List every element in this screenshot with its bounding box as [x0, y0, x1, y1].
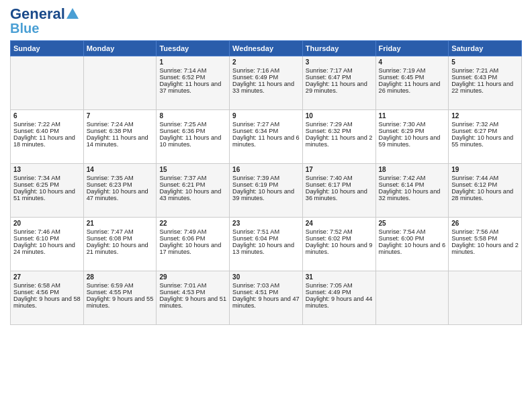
calendar-cell: 16Sunrise: 7:39 AMSunset: 6:19 PMDayligh…	[230, 164, 303, 218]
day-info: Sunset: 6:36 PM	[159, 128, 226, 134]
day-info: Sunrise: 7:22 AM	[13, 121, 81, 128]
calendar-cell	[83, 56, 157, 110]
day-info: Daylight: 11 hours and 37 minutes.	[159, 81, 226, 94]
day-number: 15	[159, 166, 226, 173]
day-info: Daylight: 10 hours and 36 minutes.	[306, 188, 373, 201]
calendar-cell: 4Sunrise: 7:19 AMSunset: 6:45 PMDaylight…	[375, 56, 449, 110]
day-info: Sunrise: 7:44 AM	[451, 175, 519, 181]
calendar-cell: 25Sunrise: 7:54 AMSunset: 6:00 PMDayligh…	[375, 218, 449, 271]
calendar-cell	[375, 271, 449, 325]
calendar-cell: 17Sunrise: 7:40 AMSunset: 6:17 PMDayligh…	[302, 164, 375, 218]
day-info: Sunset: 4:51 PM	[232, 289, 300, 295]
day-info: Sunrise: 7:39 AM	[232, 175, 300, 181]
calendar-cell	[11, 56, 84, 110]
day-info: Daylight: 11 hours and 18 minutes.	[13, 134, 81, 148]
calendar-week-1: 1Sunrise: 7:14 AMSunset: 6:52 PMDaylight…	[11, 56, 522, 110]
logo-icon	[65, 7, 80, 21]
day-number: 25	[379, 220, 446, 227]
calendar-cell: 9Sunrise: 7:27 AMSunset: 6:34 PMDaylight…	[230, 110, 303, 164]
calendar-cell: 13Sunrise: 7:34 AMSunset: 6:25 PMDayligh…	[11, 164, 84, 218]
day-number: 17	[306, 166, 373, 173]
day-info: Sunrise: 7:40 AM	[306, 175, 373, 181]
day-info: Daylight: 10 hours and 2 minutes.	[451, 242, 519, 255]
day-info: Daylight: 11 hours and 10 minutes.	[159, 134, 226, 148]
calendar-body: 1Sunrise: 7:14 AMSunset: 6:52 PMDaylight…	[11, 56, 522, 325]
calendar-cell: 22Sunrise: 7:49 AMSunset: 6:06 PMDayligh…	[157, 218, 230, 271]
day-number: 6	[13, 112, 81, 120]
day-number: 22	[159, 220, 226, 227]
calendar-cell	[449, 271, 522, 325]
day-info: Sunrise: 7:34 AM	[13, 175, 81, 181]
day-info: Sunrise: 7:03 AM	[232, 282, 300, 289]
day-info: Sunrise: 6:59 AM	[87, 282, 154, 289]
day-info: Daylight: 11 hours and 14 minutes.	[87, 134, 154, 148]
day-info: Sunset: 6:12 PM	[451, 181, 519, 188]
calendar-week-3: 13Sunrise: 7:34 AMSunset: 6:25 PMDayligh…	[11, 164, 522, 218]
day-info: Sunset: 4:55 PM	[87, 289, 154, 295]
day-number: 26	[451, 220, 519, 227]
calendar-cell: 23Sunrise: 7:51 AMSunset: 6:04 PMDayligh…	[230, 218, 303, 271]
day-info: Sunrise: 7:01 AM	[159, 282, 226, 289]
day-info: Sunset: 4:56 PM	[13, 289, 81, 295]
day-info: Sunrise: 7:47 AM	[87, 228, 154, 235]
main-container: General Blue SundayMondayTuesdayWednesda…	[0, 0, 532, 332]
day-number: 9	[232, 112, 300, 120]
day-info: Sunrise: 7:25 AM	[159, 121, 226, 128]
day-info: Daylight: 10 hours and 43 minutes.	[159, 188, 226, 201]
day-info: Daylight: 11 hours and 22 minutes.	[451, 81, 519, 94]
calendar-cell: 11Sunrise: 7:30 AMSunset: 6:29 PMDayligh…	[375, 110, 449, 164]
day-info: Sunrise: 7:32 AM	[451, 121, 519, 128]
day-info: Sunrise: 7:14 AM	[159, 67, 226, 74]
day-number: 30	[232, 273, 300, 281]
day-info: Sunrise: 6:58 AM	[13, 282, 81, 289]
header-cell-thursday: Thursday	[302, 41, 375, 56]
logo-blue-text: Blue	[10, 21, 39, 35]
day-info: Sunset: 6:08 PM	[87, 235, 154, 242]
day-info: Sunset: 6:45 PM	[379, 74, 446, 81]
day-info: Sunset: 4:49 PM	[306, 289, 373, 295]
day-number: 29	[159, 273, 226, 281]
header-cell-friday: Friday	[375, 41, 449, 56]
day-info: Sunset: 6:17 PM	[306, 181, 373, 188]
day-number: 7	[87, 112, 154, 120]
day-info: Sunrise: 7:42 AM	[379, 175, 446, 181]
calendar-table: SundayMondayTuesdayWednesdayThursdayFrid…	[10, 40, 522, 325]
day-info: Sunset: 6:19 PM	[232, 181, 300, 188]
day-info: Daylight: 10 hours and 13 minutes.	[232, 242, 300, 255]
day-info: Sunrise: 7:51 AM	[232, 228, 300, 235]
day-info: Sunset: 6:52 PM	[159, 74, 226, 81]
day-info: Sunset: 6:34 PM	[232, 128, 300, 134]
header-cell-sunday: Sunday	[11, 41, 84, 56]
day-info: Sunrise: 7:56 AM	[451, 228, 519, 235]
day-number: 1	[159, 58, 226, 66]
day-info: Daylight: 10 hours and 9 minutes.	[306, 242, 373, 255]
day-info: Sunrise: 7:05 AM	[306, 282, 373, 289]
day-info: Sunrise: 7:54 AM	[379, 228, 446, 235]
day-info: Sunset: 4:53 PM	[159, 289, 226, 295]
day-info: Sunset: 6:21 PM	[159, 181, 226, 188]
day-number: 27	[13, 273, 81, 281]
day-info: Sunset: 6:06 PM	[159, 235, 226, 242]
day-info: Daylight: 9 hours and 47 minutes.	[232, 295, 300, 309]
day-info: Sunrise: 7:29 AM	[306, 121, 373, 128]
day-info: Daylight: 10 hours and 24 minutes.	[13, 242, 81, 255]
day-info: Sunset: 6:02 PM	[306, 235, 373, 242]
day-info: Sunset: 6:38 PM	[87, 128, 154, 134]
calendar-week-2: 6Sunrise: 7:22 AMSunset: 6:40 PMDaylight…	[11, 110, 522, 164]
calendar-cell: 27Sunrise: 6:58 AMSunset: 4:56 PMDayligh…	[11, 271, 84, 325]
header-cell-tuesday: Tuesday	[157, 41, 230, 56]
day-info: Daylight: 10 hours and 39 minutes.	[232, 188, 300, 201]
calendar-cell: 3Sunrise: 7:17 AMSunset: 6:47 PMDaylight…	[302, 56, 375, 110]
calendar-cell: 30Sunrise: 7:03 AMSunset: 4:51 PMDayligh…	[230, 271, 303, 325]
day-number: 4	[379, 58, 446, 66]
day-info: Daylight: 10 hours and 28 minutes.	[451, 188, 519, 201]
day-info: Sunset: 6:47 PM	[306, 74, 373, 81]
day-info: Daylight: 11 hours and 6 minutes.	[232, 134, 300, 148]
calendar-header: SundayMondayTuesdayWednesdayThursdayFrid…	[11, 41, 522, 56]
calendar-cell: 10Sunrise: 7:29 AMSunset: 6:32 PMDayligh…	[302, 110, 375, 164]
day-info: Sunrise: 7:17 AM	[306, 67, 373, 74]
day-number: 28	[87, 273, 154, 281]
day-number: 31	[306, 273, 373, 281]
day-info: Sunrise: 7:35 AM	[87, 175, 154, 181]
day-info: Sunset: 6:04 PM	[232, 235, 300, 242]
